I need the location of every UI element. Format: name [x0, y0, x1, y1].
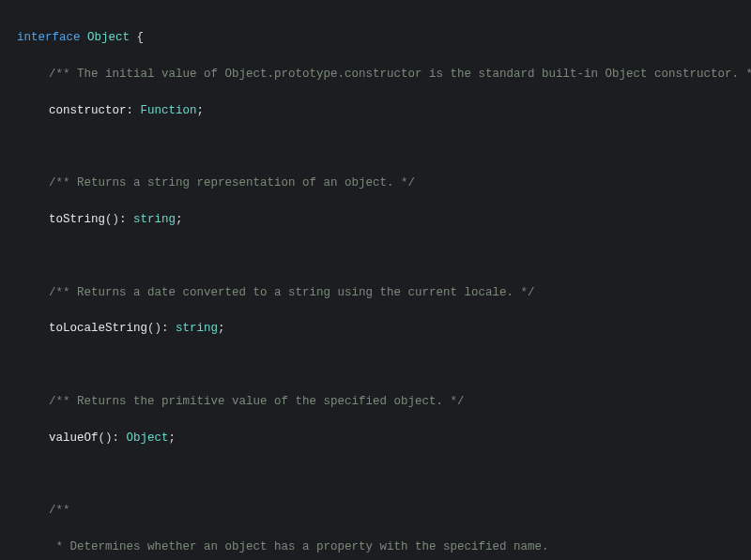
member-name: constructor [49, 104, 127, 117]
comment-constructor: /** The initial value of Object.prototyp… [17, 66, 751, 83]
brace-open: { [137, 31, 145, 44]
member-valueof: valueOf(): Object; [17, 430, 176, 447]
kw-interface: interface [17, 31, 81, 44]
type-object: Object [87, 31, 130, 44]
comment-valueof: /** Returns the primitive value of the s… [17, 393, 465, 411]
member-constructor: constructor: Function; [17, 102, 204, 120]
member-tostring: toString(): string; [17, 211, 183, 229]
comment-hasown-desc: * Determines whether an object has a pro… [17, 538, 549, 556]
code-block: interface Object { /** The initial value… [0, 0, 751, 560]
line-interface: interface Object { [17, 29, 734, 47]
comment-tolocalestring: /** Returns a date converted to a string… [17, 284, 535, 302]
comment-tostring: /** Returns a string representation of a… [17, 174, 415, 192]
comment-hasown-open: /** [17, 502, 70, 520]
type-function: Function [141, 104, 197, 117]
member-tolocalestring: toLocaleString(): string; [17, 320, 225, 338]
